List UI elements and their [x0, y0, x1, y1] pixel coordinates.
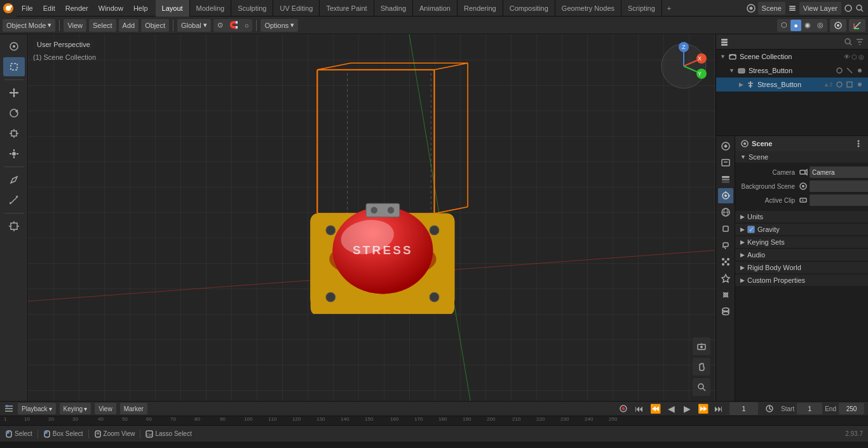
cursor-tool[interactable] — [3, 37, 25, 56]
options-btn[interactable]: Options ▾ — [261, 19, 298, 32]
col-exclude-icon[interactable] — [845, 66, 854, 75]
add-menu-btn[interactable]: Add — [119, 19, 139, 32]
world-props-btn[interactable] — [718, 205, 733, 220]
file-menu[interactable]: File — [17, 0, 38, 17]
help-menu[interactable]: Help — [128, 0, 153, 17]
window-menu[interactable]: Window — [93, 0, 128, 17]
next-frame-btn[interactable]: ⏩ — [696, 402, 710, 416]
restrict-viewport-icon[interactable]: 👁 — [844, 53, 850, 60]
camera-field[interactable] — [810, 166, 868, 178]
timeline-view-btn[interactable]: View — [95, 403, 116, 414]
transform-selector[interactable]: Global ▾ — [177, 19, 211, 32]
object-props-btn[interactable] — [718, 221, 733, 236]
play-btn[interactable]: ▶ — [680, 402, 694, 416]
play-reverse-btn[interactable]: ◀ — [664, 402, 678, 416]
box-select-status[interactable]: Box Select — [43, 430, 83, 438]
scene-sub-header[interactable]: ▼ Scene — [735, 151, 868, 163]
zoom-btn[interactable] — [693, 378, 710, 396]
tab-scripting[interactable]: Scripting — [621, 0, 662, 17]
scene-selector[interactable]: Scene — [758, 2, 785, 15]
current-frame-input[interactable] — [729, 402, 758, 415]
obj-render-icon[interactable] — [855, 80, 864, 89]
audio-header[interactable]: ▶ Audio — [735, 249, 868, 261]
tab-animation[interactable]: Animation — [413, 0, 458, 17]
output-props-btn[interactable] — [718, 155, 733, 170]
constraints-props-btn[interactable] — [718, 287, 733, 302]
modifier-props-btn[interactable] — [718, 238, 733, 253]
solid-btn[interactable]: ● — [790, 20, 801, 31]
bg-scene-field[interactable] — [810, 180, 868, 192]
scene-options-icon[interactable] — [854, 139, 863, 148]
zoom-status[interactable]: Zoom View — [94, 430, 135, 438]
physics-props-btn[interactable] — [718, 271, 733, 286]
particles-props-btn[interactable] — [718, 254, 733, 269]
rigid-body-header[interactable]: ▶ Rigid Body World — [735, 262, 868, 273]
tab-shading[interactable]: Shading — [374, 0, 413, 17]
move-tool[interactable] — [3, 83, 25, 102]
col-render-icon[interactable] — [855, 66, 864, 75]
pivot-btn[interactable]: ⊙ — [214, 20, 226, 31]
tab-texture-paint[interactable]: Texture Paint — [320, 0, 374, 17]
timeline-ruler[interactable]: 1 10 20 30 40 50 60 70 80 90 100 110 120… — [0, 416, 868, 425]
gravity-header[interactable]: ▶ ✓ Gravity — [735, 224, 868, 235]
keying-btn[interactable]: Keying▾ — [60, 403, 92, 414]
obj-select-icon[interactable] — [845, 80, 854, 89]
scale-tool[interactable] — [3, 124, 25, 143]
measure-tool[interactable] — [3, 191, 25, 210]
tab-modeling[interactable]: Modeling — [190, 0, 232, 17]
tab-geometry-nodes[interactable]: Geometry Nodes — [555, 0, 621, 17]
view-menu-btn[interactable]: View — [64, 19, 86, 32]
search-header-icon[interactable] — [855, 4, 864, 13]
select-status[interactable]: Select — [5, 430, 32, 438]
outliner-scene-collection[interactable]: ▼ Scene Collection 👁 ⬡ ◎ — [716, 50, 868, 64]
select-menu-btn[interactable]: Select — [89, 19, 116, 32]
jump-start-btn[interactable]: ⏮ — [632, 402, 646, 416]
render-props-btn[interactable] — [718, 139, 733, 154]
outliner-stress-button-obj[interactable]: ▶ Stress_Button ▲3 — [716, 78, 868, 92]
add-cube-tool[interactable] — [3, 217, 25, 236]
edit-menu[interactable]: Edit — [38, 0, 60, 17]
start-frame-input[interactable] — [797, 403, 822, 414]
marker-btn[interactable]: Marker — [120, 403, 147, 414]
overlay-btn[interactable] — [830, 19, 846, 32]
annotate-tool[interactable] — [3, 170, 25, 189]
jump-end-btn[interactable]: ⏭ — [712, 402, 726, 416]
keying-sets-header[interactable]: ▶ Keying Sets — [735, 236, 868, 248]
units-header[interactable]: ▶ Units — [735, 211, 868, 222]
end-frame-input[interactable] — [839, 403, 864, 414]
gizmo-btn[interactable] — [849, 19, 865, 32]
transform-tool[interactable] — [3, 144, 25, 163]
viewport-3d[interactable]: STRESS User Perspective (1) Scene Collec… — [28, 34, 715, 401]
gravity-checkbox[interactable]: ✓ — [747, 226, 755, 233]
select-box-tool[interactable] — [3, 57, 25, 76]
render-menu[interactable]: Render — [60, 0, 93, 17]
custom-props-header[interactable]: ▶ Custom Properties — [735, 275, 868, 286]
tab-compositing[interactable]: Compositing — [503, 0, 555, 17]
restrict-render-icon[interactable]: ◎ — [858, 53, 864, 60]
lasso-select-status[interactable]: Ctrl Lasso Select — [146, 430, 191, 438]
prev-frame-btn[interactable]: ⏪ — [648, 402, 662, 416]
object-menu-btn[interactable]: Object — [141, 19, 169, 32]
wireframe-btn[interactable]: ⬡ — [778, 20, 790, 31]
view-layer-props-btn[interactable] — [718, 172, 733, 187]
col-viewport-icon[interactable] — [835, 66, 844, 75]
tab-layout[interactable]: Layout — [156, 0, 190, 17]
outliner-filter-icon[interactable] — [855, 37, 864, 46]
tab-sculpting[interactable]: Sculpting — [231, 0, 273, 17]
playback-btn[interactable]: Playback▾ — [18, 403, 56, 414]
tab-rendering[interactable]: Rendering — [458, 0, 503, 17]
scene-props-btn[interactable] — [718, 188, 733, 203]
hand-btn[interactable] — [693, 358, 710, 376]
outliner-search-icon[interactable] — [844, 37, 853, 46]
proportional-btn[interactable]: ○ — [241, 20, 252, 31]
active-clip-field[interactable] — [810, 194, 868, 206]
record-btn[interactable] — [616, 402, 630, 416]
camera-btn[interactable] — [693, 337, 710, 355]
data-props-btn[interactable] — [718, 304, 733, 319]
add-workspace-button[interactable]: + — [662, 0, 676, 17]
view-layer-selector[interactable]: View Layer — [799, 2, 841, 15]
restrict-select-icon[interactable]: ⬡ — [851, 53, 857, 60]
outliner-stress-button-col[interactable]: ▼ Stress_Button — [716, 64, 868, 78]
material-btn[interactable]: ◉ — [801, 20, 814, 31]
snap-btn[interactable]: 🧲 — [226, 20, 241, 31]
